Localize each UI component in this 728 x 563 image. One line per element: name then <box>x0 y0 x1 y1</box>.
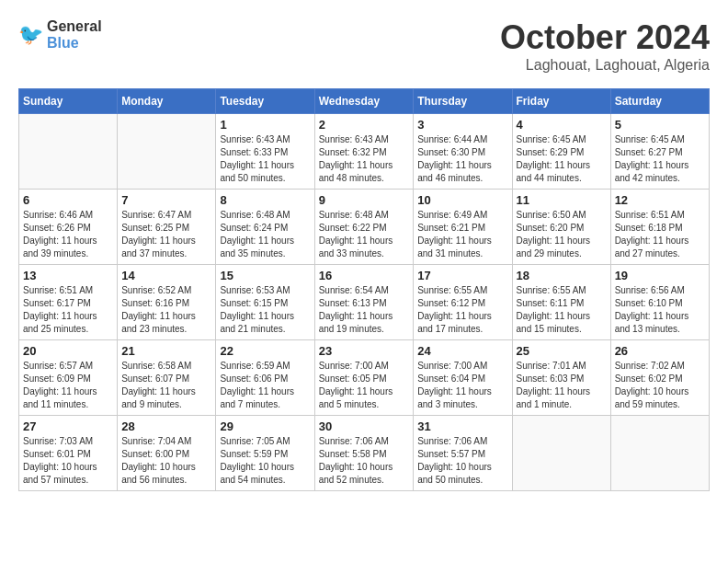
calendar-cell: 28Sunrise: 7:04 AM Sunset: 6:00 PM Dayli… <box>118 416 216 491</box>
day-info: Sunrise: 7:06 AM Sunset: 5:58 PM Dayligh… <box>319 435 410 487</box>
logo-blue: Blue <box>47 35 79 51</box>
day-info: Sunrise: 7:00 AM Sunset: 6:05 PM Dayligh… <box>319 360 410 411</box>
day-info: Sunrise: 7:00 AM Sunset: 6:04 PM Dayligh… <box>417 360 507 411</box>
day-number: 7 <box>121 193 211 207</box>
day-info: Sunrise: 6:54 AM Sunset: 6:13 PM Dayligh… <box>319 284 410 336</box>
calendar-cell: 15Sunrise: 6:53 AM Sunset: 6:15 PM Dayli… <box>216 265 314 340</box>
week-row-1: 1Sunrise: 6:43 AM Sunset: 6:33 PM Daylig… <box>19 114 710 190</box>
day-info: Sunrise: 6:59 AM Sunset: 6:06 PM Dayligh… <box>220 360 310 411</box>
day-info: Sunrise: 6:48 AM Sunset: 6:24 PM Dayligh… <box>220 209 310 260</box>
day-number: 18 <box>517 269 607 282</box>
day-number: 31 <box>417 419 507 433</box>
calendar-cell: 12Sunrise: 6:51 AM Sunset: 6:18 PM Dayli… <box>610 190 709 265</box>
calendar-cell: 31Sunrise: 7:06 AM Sunset: 5:57 PM Dayli… <box>414 416 512 491</box>
day-info: Sunrise: 6:43 AM Sunset: 6:32 PM Dayligh… <box>319 133 410 185</box>
calendar-cell: 3Sunrise: 6:44 AM Sunset: 6:30 PM Daylig… <box>414 114 512 190</box>
calendar-cell: 27Sunrise: 7:03 AM Sunset: 6:01 PM Dayli… <box>19 416 118 491</box>
weekday-header-saturday: Saturday <box>610 89 709 114</box>
calendar-cell: 24Sunrise: 7:00 AM Sunset: 6:04 PM Dayli… <box>414 340 512 416</box>
day-number: 13 <box>23 269 113 282</box>
calendar-cell: 7Sunrise: 6:47 AM Sunset: 6:25 PM Daylig… <box>118 190 216 265</box>
day-info: Sunrise: 7:04 AM Sunset: 6:00 PM Dayligh… <box>121 435 211 487</box>
day-number: 22 <box>220 344 310 358</box>
day-number: 1 <box>220 118 310 132</box>
day-info: Sunrise: 7:03 AM Sunset: 6:01 PM Dayligh… <box>23 435 113 487</box>
day-info: Sunrise: 6:45 AM Sunset: 6:27 PM Dayligh… <box>615 133 705 185</box>
day-number: 21 <box>121 344 211 358</box>
day-info: Sunrise: 6:47 AM Sunset: 6:25 PM Dayligh… <box>121 209 211 260</box>
day-info: Sunrise: 6:50 AM Sunset: 6:20 PM Dayligh… <box>517 209 607 260</box>
calendar-cell: 17Sunrise: 6:55 AM Sunset: 6:12 PM Dayli… <box>414 265 512 340</box>
weekday-header-wednesday: Wednesday <box>314 89 414 114</box>
day-info: Sunrise: 6:56 AM Sunset: 6:10 PM Dayligh… <box>615 284 705 336</box>
day-info: Sunrise: 6:43 AM Sunset: 6:33 PM Dayligh… <box>220 133 310 185</box>
day-number: 15 <box>220 269 310 282</box>
day-info: Sunrise: 6:48 AM Sunset: 6:22 PM Dayligh… <box>319 209 410 260</box>
logo-general: General <box>47 18 102 34</box>
calendar: SundayMondayTuesdayWednesdayThursdayFrid… <box>18 88 710 491</box>
day-info: Sunrise: 7:06 AM Sunset: 5:57 PM Dayligh… <box>417 435 507 487</box>
calendar-cell: 20Sunrise: 6:57 AM Sunset: 6:09 PM Dayli… <box>19 340 118 416</box>
calendar-cell: 30Sunrise: 7:06 AM Sunset: 5:58 PM Dayli… <box>314 416 414 491</box>
calendar-cell <box>610 416 709 491</box>
day-info: Sunrise: 6:52 AM Sunset: 6:16 PM Dayligh… <box>121 284 211 336</box>
calendar-cell <box>118 114 216 190</box>
day-info: Sunrise: 7:01 AM Sunset: 6:03 PM Dayligh… <box>517 360 607 411</box>
day-number: 4 <box>517 118 607 132</box>
day-number: 3 <box>417 118 507 132</box>
calendar-cell: 16Sunrise: 6:54 AM Sunset: 6:13 PM Dayli… <box>314 265 414 340</box>
calendar-cell: 1Sunrise: 6:43 AM Sunset: 6:33 PM Daylig… <box>216 114 314 190</box>
day-info: Sunrise: 6:45 AM Sunset: 6:29 PM Dayligh… <box>517 133 607 185</box>
weekday-header-friday: Friday <box>512 89 610 114</box>
day-number: 27 <box>23 419 113 433</box>
calendar-cell: 23Sunrise: 7:00 AM Sunset: 6:05 PM Dayli… <box>314 340 414 416</box>
day-number: 5 <box>615 118 705 132</box>
weekday-header-thursday: Thursday <box>414 89 512 114</box>
month-title: October 2024 <box>500 18 710 57</box>
weekday-header-tuesday: Tuesday <box>216 89 314 114</box>
day-number: 14 <box>121 269 211 282</box>
day-number: 2 <box>319 118 410 132</box>
header: 🐦 General Blue October 2024 Laghouat, La… <box>18 18 710 74</box>
day-info: Sunrise: 7:05 AM Sunset: 5:59 PM Dayligh… <box>220 435 310 487</box>
day-info: Sunrise: 6:55 AM Sunset: 6:11 PM Dayligh… <box>517 284 607 336</box>
calendar-cell: 10Sunrise: 6:49 AM Sunset: 6:21 PM Dayli… <box>414 190 512 265</box>
day-info: Sunrise: 6:49 AM Sunset: 6:21 PM Dayligh… <box>417 209 507 260</box>
day-number: 23 <box>319 344 410 358</box>
weekday-header-row: SundayMondayTuesdayWednesdayThursdayFrid… <box>19 89 710 114</box>
week-row-3: 13Sunrise: 6:51 AM Sunset: 6:17 PM Dayli… <box>19 265 710 340</box>
calendar-body: 1Sunrise: 6:43 AM Sunset: 6:33 PM Daylig… <box>19 114 710 491</box>
week-row-5: 27Sunrise: 7:03 AM Sunset: 6:01 PM Dayli… <box>19 416 710 491</box>
day-number: 17 <box>417 269 507 282</box>
calendar-cell: 6Sunrise: 6:46 AM Sunset: 6:26 PM Daylig… <box>19 190 118 265</box>
day-number: 16 <box>319 269 410 282</box>
calendar-cell: 4Sunrise: 6:45 AM Sunset: 6:29 PM Daylig… <box>512 114 610 190</box>
day-info: Sunrise: 6:53 AM Sunset: 6:15 PM Dayligh… <box>220 284 310 336</box>
day-number: 28 <box>121 419 211 433</box>
day-info: Sunrise: 6:51 AM Sunset: 6:17 PM Dayligh… <box>23 284 113 336</box>
location-title: Laghouat, Laghouat, Algeria <box>500 57 710 74</box>
calendar-cell: 9Sunrise: 6:48 AM Sunset: 6:22 PM Daylig… <box>314 190 414 265</box>
day-info: Sunrise: 6:58 AM Sunset: 6:07 PM Dayligh… <box>121 360 211 411</box>
day-info: Sunrise: 6:51 AM Sunset: 6:18 PM Dayligh… <box>615 209 705 260</box>
day-info: Sunrise: 7:02 AM Sunset: 6:02 PM Dayligh… <box>615 360 705 411</box>
calendar-cell: 25Sunrise: 7:01 AM Sunset: 6:03 PM Dayli… <box>512 340 610 416</box>
calendar-cell <box>512 416 610 491</box>
day-number: 26 <box>615 344 705 358</box>
calendar-cell: 19Sunrise: 6:56 AM Sunset: 6:10 PM Dayli… <box>610 265 709 340</box>
calendar-cell: 14Sunrise: 6:52 AM Sunset: 6:16 PM Dayli… <box>118 265 216 340</box>
weekday-header-sunday: Sunday <box>19 89 118 114</box>
day-info: Sunrise: 6:46 AM Sunset: 6:26 PM Dayligh… <box>23 209 113 260</box>
title-section: October 2024 Laghouat, Laghouat, Algeria <box>500 18 710 74</box>
day-number: 25 <box>517 344 607 358</box>
day-number: 11 <box>517 193 607 207</box>
day-number: 8 <box>220 193 310 207</box>
day-info: Sunrise: 6:44 AM Sunset: 6:30 PM Dayligh… <box>417 133 507 185</box>
day-number: 19 <box>615 269 705 282</box>
day-number: 9 <box>319 193 410 207</box>
day-number: 12 <box>615 193 705 207</box>
logo: 🐦 General Blue <box>18 18 102 52</box>
calendar-cell: 13Sunrise: 6:51 AM Sunset: 6:17 PM Dayli… <box>19 265 118 340</box>
calendar-cell: 26Sunrise: 7:02 AM Sunset: 6:02 PM Dayli… <box>610 340 709 416</box>
week-row-2: 6Sunrise: 6:46 AM Sunset: 6:26 PM Daylig… <box>19 190 710 265</box>
